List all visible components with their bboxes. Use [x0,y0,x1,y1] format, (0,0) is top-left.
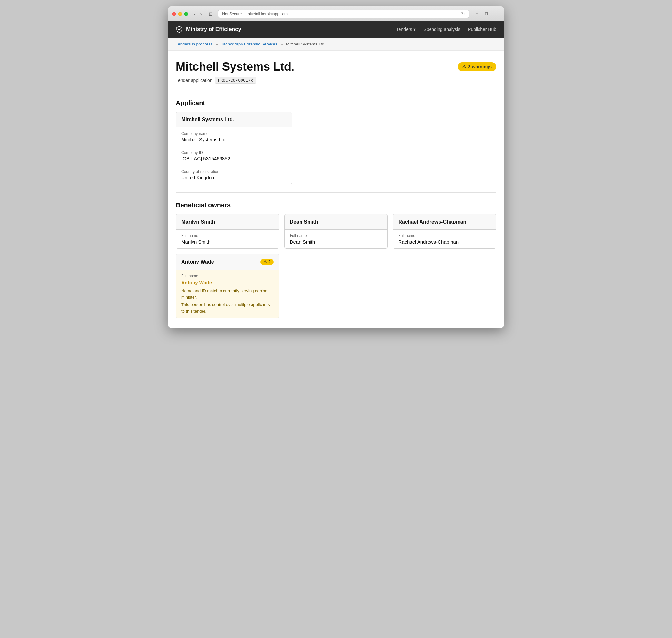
nav-spending[interactable]: Spending analysis [424,27,460,32]
owner-dean-header: Dean Smith [285,215,387,230]
antony-fullname-value: Antony Wade [181,280,274,285]
country-label: Country of registration [181,169,286,174]
maximize-button[interactable] [184,12,188,16]
tab-view-button[interactable]: ⊡ [206,10,216,18]
owner-dean-fullname-value: Dean Smith [290,239,382,245]
new-tab-button[interactable]: + [492,10,500,17]
owner-rachael-fullname-value: Rachael Andrews-Chapman [398,239,491,245]
shield-icon [176,26,183,33]
chevron-down-icon: ▾ [413,27,416,32]
breadcrumb-service[interactable]: Tachograph Forensic Services [221,41,277,47]
section-divider-1 [176,90,496,90]
app-nav: Tenders ▾ Spending analysis Publisher Hu… [396,27,496,32]
antony-warning-message-2: This person has control over multiple ap… [181,302,274,314]
owner-dean-name: Dean Smith [290,219,318,224]
owner-rachael-name: Rachael Andrews-Chapman [398,219,466,224]
antony-warning-badge: ⚠ 2 [260,259,274,265]
browser-titlebar: ‹ › ⊡ Not Secure — bluetail.herokuapp.co… [168,6,504,21]
warnings-count-label: 3 warnings [468,64,492,69]
company-name-label: Company name [181,131,286,136]
traffic-lights [172,12,188,16]
app-logo: Ministry of Efficiency [176,26,396,33]
owner-rachael-header: Rachael Andrews-Chapman [393,215,496,230]
owner-marilyn-fullname-field: Full name Marilyn Smith [176,230,279,248]
company-id-value: [GB-LAC] 5315469852 [181,156,286,161]
owner-card-dean: Dean Smith Full name Dean Smith [285,214,388,249]
antony-warning-message-1: Name and ID match a currently serving ca… [181,288,274,300]
owner-card-rachael: Rachael Andrews-Chapman Full name Rachae… [393,214,496,249]
app-title: Ministry of Efficiency [186,26,241,33]
company-name-value: Mitchell Systems Ltd. [181,137,286,142]
breadcrumb-sep-2: » [280,41,283,47]
back-button[interactable]: ‹ [192,11,198,17]
country-value: United Kingdom [181,175,286,180]
page-header-left: Mitchell Systems Ltd. Tender application… [176,60,294,84]
forward-button[interactable]: › [198,11,204,17]
company-name-field: Company name Mitchell Systems Ltd. [176,128,292,147]
owner-marilyn-header: Marilyn Smith [176,215,279,230]
minimize-button[interactable] [178,12,182,16]
beneficial-owners-title: Beneficial owners [176,199,496,209]
close-button[interactable] [172,12,176,16]
browser-window: ‹ › ⊡ Not Secure — bluetail.herokuapp.co… [168,6,504,328]
share-button[interactable]: ↑ [473,10,481,17]
company-id-field: Company ID [GB-LAC] 5315469852 [176,147,292,166]
antony-warning-count: 2 [268,259,271,264]
refresh-icon[interactable]: ↻ [461,11,465,16]
owner-card-antony: Antony Wade ⚠ 2 Full name Antony Wade Na… [176,254,279,318]
warning-icon: ⚠ [462,64,466,69]
applicant-card: Mitchell Systems Ltd. Company name Mitch… [176,112,292,185]
owner-rachael-fullname-field: Full name Rachael Andrews-Chapman [393,230,496,248]
page-title: Mitchell Systems Ltd. [176,60,294,73]
app-navbar: Ministry of Efficiency Tenders ▾ Spendin… [168,21,504,38]
owner-marilyn-fullname-value: Marilyn Smith [181,239,274,245]
antony-fullname-label: Full name [181,274,274,278]
owner-antony-header: Antony Wade ⚠ 2 [176,254,279,270]
section-divider-2 [176,192,496,192]
antony-warning-icon: ⚠ [263,259,267,264]
address-text: Not Secure — bluetail.herokuapp.com [222,12,288,16]
owners-grid: Marilyn Smith Full name Marilyn Smith De… [176,214,496,318]
applicant-card-title: Mitchell Systems Ltd. [181,117,234,122]
tender-ref: Tender application PROC-20-0001/c [176,77,294,84]
owner-card-marilyn: Marilyn Smith Full name Marilyn Smith [176,214,279,249]
antony-warning-field: Full name Antony Wade Name and ID match … [176,270,279,318]
browser-actions: ↑ ⧉ + [473,10,500,17]
owner-rachael-fullname-label: Full name [398,234,491,238]
owner-card-antony-wrapper: Antony Wade ⚠ 2 Full name Antony Wade Na… [176,254,279,318]
applicant-card-header: Mitchell Systems Ltd. [176,112,292,128]
tender-ref-label: Tender application [176,78,212,83]
beneficial-owners-section: Beneficial owners Marilyn Smith Full nam… [168,199,504,326]
nav-tenders[interactable]: Tenders ▾ [396,27,416,32]
owner-dean-fullname-label: Full name [290,234,382,238]
address-bar[interactable]: Not Secure — bluetail.herokuapp.com ↻ [218,10,469,18]
breadcrumb-current: Mitchell Systems Ltd. [286,41,326,47]
owner-marilyn-fullname-label: Full name [181,234,274,238]
breadcrumb: Tenders in progress » Tachograph Forensi… [168,38,504,51]
country-field: Country of registration United Kingdom [176,166,292,184]
applicant-section-title: Applicant [176,97,496,107]
breadcrumb-tenders[interactable]: Tenders in progress [176,41,212,47]
nav-publisher-hub[interactable]: Publisher Hub [468,27,496,32]
page-header: Mitchell Systems Ltd. Tender application… [168,51,504,90]
main-content: Tenders in progress » Tachograph Forensi… [168,38,504,328]
breadcrumb-sep-1: » [216,41,218,47]
applicant-section: Applicant Mitchell Systems Ltd. Company … [168,97,504,192]
tender-ref-badge: PROC-20-0001/c [215,77,256,84]
nav-buttons: ‹ › [192,11,204,17]
owner-antony-name: Antony Wade [181,259,214,265]
owner-dean-fullname-field: Full name Dean Smith [285,230,387,248]
owner-marilyn-name: Marilyn Smith [181,219,215,224]
new-window-button[interactable]: ⧉ [482,10,491,17]
warnings-badge: ⚠ 3 warnings [458,62,496,71]
company-id-label: Company ID [181,150,286,155]
